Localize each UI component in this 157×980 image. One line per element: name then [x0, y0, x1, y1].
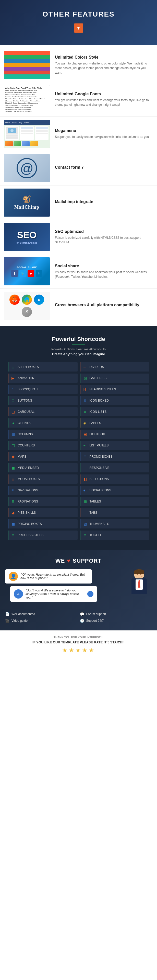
feature-text: Social share It's easy for you to share …: [55, 264, 153, 279]
sc-item-heading-styles[interactable]: H HEADING STYLES: [80, 385, 150, 394]
support-item-label: Well documented: [11, 612, 35, 616]
shortcode-col-right: ━ DIVIDERS ▨ GALLERIES H HEADING STYLES …: [80, 362, 150, 540]
sc-item-label: TABLES: [90, 500, 101, 503]
feature-image-social: SOCIAL SHARE f 🐦 ▶ in: [4, 257, 50, 285]
sc-item-label: TOGGLE: [90, 533, 103, 537]
sc-item-galleries[interactable]: ▨ GALLERIES: [80, 374, 150, 383]
sc-item-label: LIST PANELS: [90, 444, 109, 447]
sc-item-animation[interactable]: ▶ ANIMATION: [8, 374, 78, 383]
shortcode-title: Powerful Shortcode: [8, 336, 149, 342]
svg-point-1: [10, 129, 14, 132]
shortcode-highlight: Create Anything you Can Imagine: [8, 352, 149, 356]
sc-item-labels[interactable]: ◈ LABELS: [80, 418, 150, 428]
feature-text: Cross browsers & all platform compatibil…: [55, 303, 139, 309]
media-embed-icon: ▣: [11, 466, 16, 470]
sc-item-label: THUMBNAILS: [90, 522, 109, 526]
sc-item-icon-boxed[interactable]: ⊠ ICON BOXED: [80, 396, 150, 405]
sc-item-buttons[interactable]: ⊡ BUTTONS: [8, 396, 78, 405]
sc-item-clients[interactable]: ▲ CLIENTS: [8, 418, 78, 428]
sc-item-maps[interactable]: ◉ MAPS: [8, 452, 78, 461]
sc-item-list-panels[interactable]: ≡ LIST PANELS: [80, 441, 150, 450]
sc-item-modal-boxes[interactable]: ⊟ MODAL BOXES: [8, 474, 78, 484]
support-item-label: Video guide: [11, 619, 27, 622]
scroll-down-button[interactable]: ▼: [74, 24, 83, 33]
cta-text: IF YOU LIKE OUR TEMPLATE PLEASE RATE IT …: [5, 640, 152, 644]
sc-item-carousal[interactable]: ◫ CAROUSAL: [8, 407, 78, 416]
support-content: 👤 " Oh yeah, Helpmate is an excellent th…: [5, 569, 152, 605]
feature-text: SEO optimized Falcon is optimized carefu…: [55, 229, 153, 245]
sc-item-tables[interactable]: ▦ TABLES: [80, 497, 150, 506]
tabs-icon: ⊟: [83, 511, 88, 515]
feature-image-seo: SEO on Search Engines: [4, 223, 50, 251]
sc-item-dividers[interactable]: ━ DIVIDERS: [80, 362, 150, 372]
sc-item-label: COLUMNS: [18, 433, 33, 436]
quote-text-2: "Don't worry! We are here to help you in…: [26, 589, 79, 599]
heart-icon: ♥: [67, 557, 71, 564]
sc-item-pies-skills[interactable]: ◕ PIES SKILLS: [8, 508, 78, 517]
support-title-support: SUPPORT: [73, 557, 102, 564]
sc-item-label: TABS: [90, 511, 97, 514]
sc-item-social-icons[interactable]: ♦ SOCIAL ICONS: [80, 486, 150, 495]
support-item-label: Forum support: [86, 612, 106, 616]
feature-description: You want to change your website to other…: [55, 61, 153, 75]
support-quotes: 👤 " Oh yeah, Helpmate is an excellent th…: [5, 569, 124, 605]
sc-item-label: LIGHTBOX: [90, 433, 105, 436]
feature-row: Alfa Slab One Bold True Alfa Slab Enriy …: [0, 82, 157, 117]
sc-item-label: DIVIDERS: [90, 365, 104, 369]
sc-item-pricing-boxes[interactable]: ▦ PRICING BOXES: [8, 519, 78, 528]
animation-icon: ▶: [11, 376, 16, 380]
sc-item-label: PAGINATIONS: [18, 500, 38, 503]
sc-item-label: COUNTERS: [18, 444, 35, 447]
sc-item-thumbnails[interactable]: ▨ THUMBNAILS: [80, 519, 150, 528]
documented-icon: 📄: [5, 612, 10, 616]
toggle-icon: ⊕: [83, 533, 88, 537]
sc-item-label: SELECTIONS: [90, 477, 109, 481]
quote-bubble-2: A "Don't worry! We are here to help you …: [10, 586, 97, 602]
sc-item-label: PROMO BOXES: [90, 455, 112, 458]
feature-title: Contact form 7: [55, 165, 84, 170]
sc-item-alert-boxes[interactable]: ⊞ ALERT BOXES: [8, 362, 78, 372]
feature-title: Megamenu: [55, 129, 149, 133]
feature-title: Unlimited Colors Style: [55, 55, 153, 60]
sc-item-selections[interactable]: ◧ SELECTIONS: [80, 474, 150, 484]
support-features-grid: 📄 Well documented 💬 Forum support 🎬 Vide…: [5, 612, 152, 623]
carousal-icon: ◫: [11, 410, 16, 414]
feature-row: Unlimited Colors Style You want to chang…: [0, 48, 157, 82]
feature-description: Support you to easily create navigation …: [55, 135, 149, 139]
sc-item-columns[interactable]: ▦ COLUMNS: [8, 430, 78, 439]
support-title-we: WE: [55, 557, 65, 564]
feature-row: HomeAboutBlogContact: [0, 117, 157, 151]
sc-item-label: RESPONSIVE: [90, 466, 109, 469]
sc-item-responsive[interactable]: ⊡ RESPONSIVE: [80, 463, 150, 473]
buttons-icon: ⊡: [11, 399, 16, 402]
sc-item-label: MEDIA EMBED: [18, 466, 39, 469]
sc-item-blockquote[interactable]: ❝ BLOCKQUOTE: [8, 385, 78, 394]
feature-description: You get unlimited fonts and want to chan…: [55, 98, 153, 107]
tables-icon: ▦: [83, 500, 88, 503]
list-panels-icon: ≡: [83, 443, 88, 447]
shortcode-grid: ⊞ ALERT BOXES ▶ ANIMATION ❝ BLOCKQUOTE ⊡…: [8, 362, 149, 540]
sc-item-label: BUTTONS: [18, 399, 32, 402]
feature-text: Megamenu Support you to easily create na…: [55, 129, 149, 139]
support-item-documented: 📄 Well documented: [5, 612, 77, 616]
sc-item-tabs[interactable]: ⊟ TABS: [80, 508, 150, 517]
sc-item-label: PROCESS STEPS: [18, 533, 43, 537]
sc-item-promo-boxes[interactable]: ⊞ PROMO BOXES: [80, 452, 150, 461]
feature-row: SEO on Search Engines SEO optimized Falc…: [0, 220, 157, 254]
responsive-icon: ⊡: [83, 466, 88, 470]
sc-item-label: SOCIAL ICONS: [90, 488, 111, 492]
sc-item-label: ICON BOXED: [90, 399, 109, 402]
sc-item-lightbox[interactable]: ▣ LIGHTBOX: [80, 430, 150, 439]
sc-item-process-steps[interactable]: ⊕ PROCESS STEPS: [8, 530, 78, 540]
avatar-1: 👤: [9, 572, 18, 581]
sc-item-counters[interactable]: ◱ COUNTERS: [8, 441, 78, 450]
sc-item-paginations[interactable]: ⊞ PAGINATIONS: [8, 497, 78, 506]
sc-item-navigations[interactable]: ≡ NAVIGATIONS: [8, 486, 78, 495]
icon-boxed-icon: ⊠: [83, 399, 88, 402]
sc-item-toggle[interactable]: ⊕ TOGGLE: [80, 530, 150, 540]
sc-item-icon-lists[interactable]: ≣ ICON LISTS: [80, 407, 150, 416]
columns-icon: ▦: [11, 432, 16, 436]
thank-you-text: THANK YOU FOR YOUR INTEREST!!!: [5, 636, 152, 639]
sc-item-media-embed[interactable]: ▣ MEDIA EMBED: [8, 463, 78, 473]
feature-image-megamenu: HomeAboutBlogContact: [4, 120, 50, 148]
